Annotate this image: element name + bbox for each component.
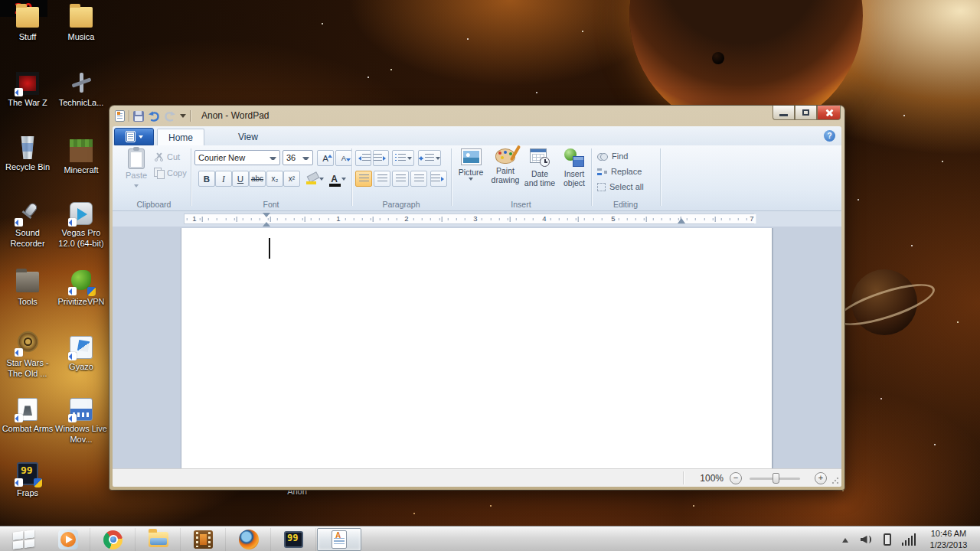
superscript-button[interactable]: x² (283, 171, 300, 187)
zoom-out-button[interactable]: − (730, 472, 742, 484)
bold-button[interactable]: B (198, 171, 215, 187)
zoom-in-button[interactable]: + (815, 472, 827, 484)
taskbar-clock[interactable]: 10:46 AM 1/23/2013 (925, 528, 980, 551)
align-right-button[interactable] (392, 171, 409, 187)
network-signal-icon[interactable] (902, 533, 916, 546)
taskbar-media-player-button[interactable] (46, 528, 90, 551)
taskbar-chrome-button[interactable] (91, 528, 136, 551)
zoom-slider-handle[interactable] (773, 473, 779, 484)
undo-icon[interactable] (148, 111, 160, 122)
wordpad-menu-icon (126, 131, 136, 142)
underline-button[interactable]: U (232, 171, 249, 187)
paragraph-dialog-button[interactable] (430, 171, 447, 187)
picture-button[interactable]: Picture (455, 148, 487, 197)
subscript-button[interactable]: x₂ (266, 171, 283, 187)
desktop-icon-minecraft[interactable]: Minecraft (54, 138, 109, 176)
desktop-icon-sound-recorder[interactable]: Sound Recorder (0, 201, 55, 249)
paint-drawing-button[interactable]: Paint drawing (489, 148, 521, 197)
paint-palette-icon (495, 148, 515, 164)
close-button[interactable] (817, 106, 841, 120)
editing-group-label: Editing (591, 200, 660, 209)
taskbar-firefox-button[interactable] (227, 528, 271, 551)
desktop-icon-label: Vegas Pro 12.0 (64-bit) (54, 228, 109, 249)
desktop-icon-techniclauncher[interactable]: TechnicLa... (54, 70, 109, 109)
desktop-icon-the-war-z[interactable]: The War Z (0, 70, 55, 109)
ruler[interactable]: 1 1 2 3 4 5 7 (184, 214, 754, 224)
list-button[interactable] (392, 150, 414, 166)
font-size-combobox[interactable]: 36 (283, 150, 313, 165)
customize-quick-access-icon[interactable] (180, 114, 186, 121)
taskbar-file-explorer-button[interactable] (136, 528, 181, 551)
desktop-icon-label: Gyazo (54, 362, 109, 373)
increase-indent-button[interactable] (373, 150, 389, 166)
desktop-icon-fraps[interactable]: 99 Fraps (0, 461, 55, 499)
taskbar-wordpad-button-active[interactable]: A (317, 528, 361, 551)
font-family-combobox[interactable]: Courier New (194, 150, 280, 165)
zoom-slider[interactable] (750, 478, 800, 480)
ruler-number: 1 (334, 214, 342, 223)
right-indent-marker[interactable] (678, 214, 685, 223)
document-page[interactable] (181, 228, 772, 468)
insert-group-label: Insert (451, 200, 591, 209)
select-all-label: Select all (609, 182, 644, 191)
justify-button[interactable] (410, 171, 427, 187)
show-hidden-icons-icon[interactable] (842, 535, 848, 543)
paste-button[interactable]: Paste (122, 148, 151, 197)
paint-drawing-label: Paint drawing (489, 166, 521, 184)
align-left-button[interactable] (355, 171, 372, 187)
device-icon[interactable] (884, 533, 891, 546)
grow-font-button[interactable]: A (317, 150, 334, 166)
replace-button[interactable]: Replace (597, 167, 642, 176)
line-spacing-button[interactable] (418, 150, 441, 166)
maximize-button[interactable] (795, 106, 817, 120)
desktop-icon-musica[interactable]: Musica (54, 5, 109, 43)
ribbon-tab-row: Home View ? (113, 126, 841, 145)
fraps-badge: 99 (21, 465, 33, 476)
desktop-icon-recycle-bin[interactable]: Recycle Bin (0, 135, 55, 173)
redo-icon[interactable] (164, 111, 176, 122)
combat-arms-icon (15, 396, 41, 422)
war-z-icon (15, 70, 41, 96)
windows-logo-icon (13, 530, 34, 549)
copy-button[interactable]: Copy (154, 168, 187, 178)
find-button[interactable]: Find (597, 152, 628, 161)
fraps-icon: 99 (15, 461, 41, 487)
wordpad-menu-button[interactable] (114, 128, 154, 145)
desktop-icon-star-wars-the-old-republic[interactable]: Star Wars - The Old ... (0, 331, 55, 380)
start-button[interactable] (8, 529, 40, 550)
tab-view[interactable]: View (227, 129, 269, 145)
title-bar[interactable]: Anon - WordPad (109, 106, 844, 126)
taskbar-fraps-button[interactable]: 99 (272, 528, 316, 551)
desktop-icon-gyazo[interactable]: Gyazo (54, 334, 109, 373)
minimize-button[interactable] (773, 106, 795, 120)
chevron-down-icon (302, 157, 309, 162)
desktop-icon-privitizevpn[interactable]: PrivitizeVPN (54, 269, 109, 308)
font-color-button[interactable]: A (328, 171, 349, 187)
save-icon[interactable] (133, 111, 144, 122)
desktop-icon-stuff[interactable]: Stuff (0, 5, 55, 43)
strikethrough-button[interactable]: abc (249, 171, 266, 187)
desktop-icon-windows-live-movie-maker[interactable]: Windows Live Mov... (54, 396, 109, 445)
date-and-time-button[interactable]: Date and time (524, 148, 556, 197)
highlight-color-button[interactable] (304, 171, 325, 187)
chevron-down-icon (469, 178, 473, 183)
microphone-icon (15, 201, 41, 227)
group-separator (451, 148, 452, 206)
align-center-button[interactable] (374, 171, 390, 187)
italic-button[interactable]: I (215, 171, 232, 187)
cut-button[interactable]: Cut (154, 152, 180, 161)
desktop-icon-combat-arms[interactable]: Combat Arms (0, 396, 55, 435)
media-player-icon (58, 530, 78, 549)
desktop-icon-label: Combat Arms (0, 424, 55, 435)
resize-grip-icon[interactable] (831, 477, 839, 484)
desktop-icon-tools[interactable]: Tools (0, 269, 55, 308)
taskbar-movie-maker-button[interactable] (181, 528, 226, 551)
select-all-button[interactable]: Select all (597, 182, 644, 191)
decrease-indent-button[interactable] (355, 150, 371, 166)
tab-home[interactable]: Home (157, 129, 204, 145)
volume-icon[interactable] (861, 534, 872, 545)
insert-object-button[interactable]: Insert object (558, 148, 590, 197)
help-icon[interactable]: ? (824, 130, 835, 142)
desktop-icon-vegas-pro[interactable]: Vegas Pro 12.0 (64-bit) (54, 201, 109, 249)
shrink-font-button[interactable]: A (335, 150, 352, 166)
